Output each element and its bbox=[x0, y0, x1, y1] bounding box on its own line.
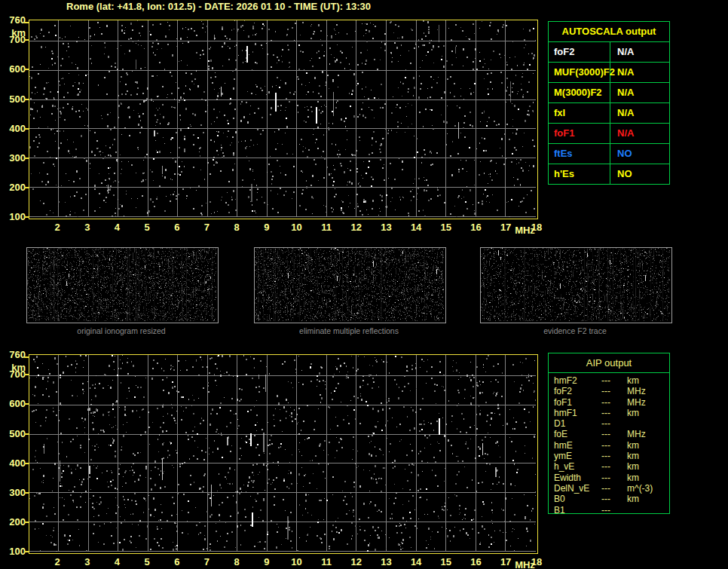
x-axis-label: 17 bbox=[500, 222, 511, 233]
aip-unit: km bbox=[627, 461, 639, 472]
y-axis-label: 600 bbox=[0, 399, 26, 409]
param-cell: MUF(3000)F2 bbox=[549, 63, 610, 82]
aip-unit: km bbox=[627, 440, 639, 451]
aip-param: ymE bbox=[554, 451, 572, 461]
value-cell: N/A bbox=[610, 42, 669, 62]
x-axis-label: 4 bbox=[115, 557, 120, 567]
x-axis-label: 2 bbox=[54, 557, 60, 567]
y-axis-label: 300 bbox=[0, 153, 26, 164]
x-axis-label: 16 bbox=[470, 222, 481, 233]
aip-row: ymE---km bbox=[549, 451, 669, 461]
aip-value: --- bbox=[601, 451, 610, 461]
aip-param: B0 bbox=[554, 494, 565, 504]
aip-value: --- bbox=[601, 505, 610, 515]
x-axis-label: 11 bbox=[321, 557, 332, 567]
panel-canvas bbox=[481, 248, 670, 321]
aip-value: --- bbox=[601, 429, 610, 439]
x-axis-label: 9 bbox=[264, 557, 269, 567]
param-cell: foF1 bbox=[549, 124, 610, 143]
x-axis-label: 4 bbox=[115, 222, 120, 233]
aip-row: hmF2---km bbox=[549, 375, 669, 386]
aip-row: D1--- bbox=[549, 418, 669, 429]
x-axis-label: 12 bbox=[351, 222, 362, 233]
aip-row: B0---km bbox=[549, 494, 669, 504]
x-axis-label: 7 bbox=[204, 557, 210, 567]
aip-row: hmE---km bbox=[549, 440, 669, 451]
x-axis-label: 13 bbox=[381, 222, 391, 233]
table-row: h'EsNO bbox=[549, 164, 669, 184]
y-axis-tick bbox=[24, 39, 29, 41]
x-axis-label: 12 bbox=[351, 557, 362, 567]
aip-unit: km bbox=[627, 375, 639, 386]
y-axis-label: 200 bbox=[0, 517, 26, 528]
y-axis-tick bbox=[24, 522, 29, 523]
value-cell: N/A bbox=[610, 63, 669, 82]
x-axis-label: 8 bbox=[234, 557, 239, 567]
panel-evidence-f2 bbox=[480, 247, 672, 323]
y-axis-label: 100 bbox=[0, 546, 26, 557]
x-axis-label: 14 bbox=[411, 557, 421, 567]
y-axis-tick bbox=[24, 463, 29, 464]
aip-unit: MHz bbox=[627, 386, 646, 396]
aip-value: --- bbox=[601, 473, 610, 483]
table-row: MUF(3000)F2N/A bbox=[549, 63, 669, 83]
x-axis-label: 9 bbox=[264, 222, 269, 233]
value-cell: N/A bbox=[610, 124, 669, 143]
aip-param: hmE bbox=[554, 440, 573, 451]
y-axis-label: 400 bbox=[0, 458, 26, 469]
param-cell: fxI bbox=[549, 103, 610, 123]
table-row: ftEsNO bbox=[549, 144, 669, 164]
top-ionogram-plot bbox=[29, 20, 538, 219]
aip-table-body: hmF2---kmfoF2---MHzfoF1---MHzhmF1---kmD1… bbox=[549, 373, 669, 515]
aip-row: DelN_vE---m^(-3) bbox=[549, 483, 669, 494]
x-axis-label: 10 bbox=[291, 557, 301, 567]
y-axis-tick bbox=[24, 356, 29, 358]
aip-row: foF1---MHz bbox=[549, 397, 669, 408]
top-ionogram-canvas bbox=[29, 20, 536, 217]
aip-value: --- bbox=[601, 375, 610, 386]
y-axis-label: 400 bbox=[0, 124, 26, 134]
autoscala-output-table: AUTOSCALA output foF2N/AMUF(3000)F2N/AM(… bbox=[548, 21, 670, 185]
aip-value: --- bbox=[601, 397, 610, 408]
param-cell: h'Es bbox=[549, 164, 610, 184]
value-cell: N/A bbox=[610, 83, 669, 102]
bottom-ionogram-canvas bbox=[29, 355, 536, 552]
bottom-ionogram-plot bbox=[29, 354, 538, 554]
y-axis-tick bbox=[24, 69, 29, 70]
x-axis-label: 10 bbox=[291, 222, 301, 233]
aip-param: Ewidth bbox=[554, 473, 581, 483]
page-title: Rome (lat: +41.8, lon: 012.5) - DATE: 20… bbox=[66, 1, 371, 12]
aip-unit: MHz bbox=[627, 429, 646, 439]
y-axis-label: 760 bbox=[0, 15, 26, 26]
table-row: M(3000)F2N/A bbox=[549, 83, 669, 103]
aip-value: --- bbox=[601, 386, 610, 396]
x-axis-label: 8 bbox=[234, 222, 239, 233]
panel-caption: original ionogram resized bbox=[77, 326, 165, 335]
aip-param: hmF1 bbox=[554, 408, 577, 418]
aip-row: foF2---MHz bbox=[549, 386, 669, 396]
aip-unit: km bbox=[627, 494, 639, 504]
aip-unit: km bbox=[627, 451, 639, 461]
x-axis-end-label: 18 bbox=[531, 557, 542, 567]
aip-param: DelN_vE bbox=[554, 483, 589, 494]
x-axis-label: 3 bbox=[84, 222, 90, 233]
panel-canvas bbox=[255, 248, 444, 321]
y-axis-label: 300 bbox=[0, 488, 26, 498]
x-axis-label: 6 bbox=[174, 557, 179, 567]
y-axis-tick bbox=[24, 187, 29, 188]
x-axis-label: 13 bbox=[381, 557, 391, 567]
aip-output-table: AIP output hmF2---kmfoF2---MHzfoF1---MHz… bbox=[548, 353, 670, 514]
y-axis-label: 500 bbox=[0, 429, 26, 439]
x-axis-label: 17 bbox=[500, 557, 511, 567]
panel-original-ionogram bbox=[26, 247, 219, 323]
param-cell: ftEs bbox=[549, 144, 610, 164]
x-axis-end-label: 18 bbox=[531, 222, 542, 233]
table-row: foF1N/A bbox=[549, 124, 669, 144]
aip-value: --- bbox=[601, 440, 610, 451]
y-axis-tick bbox=[24, 128, 29, 130]
aip-param: foF1 bbox=[554, 397, 572, 408]
y-axis-tick bbox=[24, 403, 29, 405]
table-row: fxIN/A bbox=[549, 103, 669, 124]
x-axis-label: 2 bbox=[54, 222, 60, 233]
autoscala-window: Rome (lat: +41.8, lon: 012.5) - DATE: 20… bbox=[0, 0, 728, 569]
